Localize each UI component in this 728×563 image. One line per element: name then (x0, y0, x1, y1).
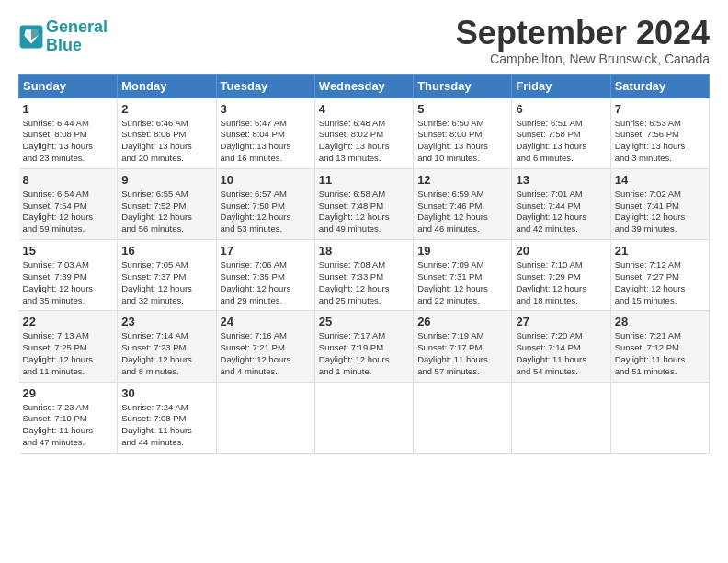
calendar-table: SundayMondayTuesdayWednesdayThursdayFrid… (18, 74, 710, 454)
calendar-page: General Blue September 2024 Campbellton,… (0, 0, 728, 563)
cell-line: Sunset: 7:23 PM (121, 342, 211, 354)
month-title: September 2024 (456, 15, 710, 52)
cell-line: Sunset: 7:35 PM (221, 271, 311, 283)
cell-content: Sunrise: 7:24 AMSunset: 7:08 PMDaylight:… (121, 402, 211, 449)
cell-line: Sunset: 8:00 PM (417, 129, 507, 141)
cell-line: and 25 minutes. (319, 295, 409, 307)
cell-line: and 46 minutes. (417, 224, 507, 236)
day-number: 27 (516, 315, 606, 328)
cell-line: and 49 minutes. (319, 224, 409, 236)
calendar-cell: 14Sunrise: 7:02 AMSunset: 7:41 PMDayligh… (610, 168, 709, 239)
calendar-cell: 5Sunrise: 6:50 AMSunset: 8:00 PMDaylight… (414, 98, 512, 168)
weekday-header-wednesday: Wednesday (314, 74, 413, 98)
cell-line: Daylight: 12 hours (516, 283, 606, 295)
cell-line: Sunrise: 6:46 AM (121, 118, 211, 130)
location-subtitle: Campbellton, New Brunswick, Canada (456, 52, 710, 66)
cell-line: Sunrise: 7:06 AM (221, 259, 311, 271)
day-number: 17 (221, 244, 311, 258)
cell-line: Daylight: 12 hours (516, 212, 606, 224)
cell-line: Sunrise: 7:21 AM (615, 330, 705, 342)
cell-content: Sunrise: 7:02 AMSunset: 7:41 PMDaylight:… (615, 189, 705, 236)
cell-line: Sunset: 7:52 PM (121, 201, 211, 213)
cell-line: Daylight: 12 hours (121, 354, 211, 366)
cell-line: Daylight: 12 hours (23, 212, 114, 224)
calendar-body: 1Sunrise: 6:44 AMSunset: 8:08 PMDaylight… (19, 98, 710, 453)
cell-line: Sunrise: 7:05 AM (121, 259, 211, 271)
cell-content: Sunrise: 6:44 AMSunset: 8:08 PMDaylight:… (23, 118, 114, 165)
cell-line: Sunrise: 6:54 AM (23, 189, 114, 201)
cell-line: Sunset: 7:19 PM (319, 342, 409, 354)
cell-line: and 35 minutes. (23, 295, 114, 307)
day-number: 26 (417, 315, 507, 328)
cell-line: and 56 minutes. (121, 224, 211, 236)
cell-content: Sunrise: 6:53 AMSunset: 7:56 PMDaylight:… (615, 118, 705, 165)
calendar-cell: 6Sunrise: 6:51 AMSunset: 7:58 PMDaylight… (512, 98, 610, 168)
calendar-cell: 17Sunrise: 7:06 AMSunset: 7:35 PMDayligh… (216, 240, 314, 311)
cell-line: and 47 minutes. (23, 437, 114, 449)
cell-line: Sunrise: 6:50 AM (417, 118, 507, 130)
cell-line: Daylight: 11 hours (615, 354, 705, 366)
day-number: 19 (417, 244, 507, 258)
cell-content: Sunrise: 7:03 AMSunset: 7:39 PMDaylight:… (23, 259, 114, 306)
cell-content: Sunrise: 7:01 AMSunset: 7:44 PMDaylight:… (516, 189, 606, 236)
day-number: 18 (319, 244, 409, 258)
cell-line: Daylight: 11 hours (417, 354, 507, 366)
cell-line: and 13 minutes. (319, 153, 409, 165)
cell-line: Sunrise: 7:19 AM (417, 330, 507, 342)
cell-line: and 4 minutes. (221, 366, 311, 378)
cell-content: Sunrise: 7:09 AMSunset: 7:31 PMDaylight:… (417, 259, 507, 306)
day-number: 11 (319, 173, 409, 187)
day-number: 14 (615, 173, 705, 187)
cell-content: Sunrise: 7:12 AMSunset: 7:27 PMDaylight:… (615, 259, 705, 306)
day-number: 6 (516, 102, 606, 116)
cell-content: Sunrise: 7:13 AMSunset: 7:25 PMDaylight:… (23, 330, 114, 377)
cell-line: Sunset: 7:50 PM (221, 201, 311, 213)
title-block: September 2024 Campbellton, New Brunswic… (456, 15, 710, 66)
calendar-cell: 12Sunrise: 6:59 AMSunset: 7:46 PMDayligh… (414, 168, 512, 239)
logo-icon (18, 24, 44, 50)
cell-line: and 16 minutes. (221, 153, 311, 165)
cell-line: Daylight: 12 hours (417, 283, 507, 295)
day-number: 13 (516, 173, 606, 187)
cell-line: Sunset: 7:12 PM (615, 342, 705, 354)
calendar-cell: 16Sunrise: 7:05 AMSunset: 7:37 PMDayligh… (118, 240, 216, 311)
calendar-header: SundayMondayTuesdayWednesdayThursdayFrid… (19, 74, 710, 98)
cell-content: Sunrise: 6:48 AMSunset: 8:02 PMDaylight:… (319, 118, 409, 165)
day-number: 4 (319, 102, 409, 116)
cell-line: Sunrise: 6:53 AM (615, 118, 705, 130)
day-number: 1 (23, 102, 114, 116)
cell-content: Sunrise: 7:08 AMSunset: 7:33 PMDaylight:… (319, 259, 409, 306)
cell-line: Daylight: 13 hours (319, 141, 409, 153)
weekday-header-monday: Monday (118, 74, 216, 98)
calendar-cell (314, 382, 413, 453)
cell-line: and 10 minutes. (417, 153, 507, 165)
cell-line: Sunset: 7:54 PM (23, 201, 114, 213)
day-number: 3 (221, 102, 311, 116)
cell-line: Sunrise: 6:58 AM (319, 189, 409, 201)
cell-content: Sunrise: 7:21 AMSunset: 7:12 PMDaylight:… (615, 330, 705, 377)
day-number: 5 (417, 102, 507, 116)
cell-line: and 15 minutes. (615, 295, 705, 307)
calendar-cell: 19Sunrise: 7:09 AMSunset: 7:31 PMDayligh… (414, 240, 512, 311)
calendar-cell: 27Sunrise: 7:20 AMSunset: 7:14 PMDayligh… (512, 311, 610, 382)
cell-line: and 6 minutes. (516, 153, 606, 165)
cell-line: Daylight: 12 hours (23, 283, 114, 295)
cell-line: Daylight: 12 hours (121, 212, 211, 224)
cell-line: Daylight: 12 hours (615, 212, 705, 224)
calendar-cell: 8Sunrise: 6:54 AMSunset: 7:54 PMDaylight… (19, 168, 118, 239)
header: General Blue September 2024 Campbellton,… (18, 15, 710, 66)
calendar-cell: 20Sunrise: 7:10 AMSunset: 7:29 PMDayligh… (512, 240, 610, 311)
day-number: 7 (615, 102, 705, 116)
cell-line: and 44 minutes. (121, 437, 211, 449)
calendar-cell: 3Sunrise: 6:47 AMSunset: 8:04 PMDaylight… (216, 98, 314, 168)
calendar-cell (216, 382, 314, 453)
calendar-week-1: 1Sunrise: 6:44 AMSunset: 8:08 PMDaylight… (19, 98, 710, 168)
logo-text: General (46, 18, 108, 37)
calendar-week-4: 22Sunrise: 7:13 AMSunset: 7:25 PMDayligh… (19, 311, 710, 382)
cell-line: Daylight: 12 hours (221, 354, 311, 366)
cell-content: Sunrise: 6:54 AMSunset: 7:54 PMDaylight:… (23, 189, 114, 236)
cell-line: Sunrise: 7:01 AM (516, 189, 606, 201)
day-number: 21 (615, 244, 705, 258)
cell-line: and 11 minutes. (23, 366, 114, 378)
cell-line: Daylight: 11 hours (516, 354, 606, 366)
